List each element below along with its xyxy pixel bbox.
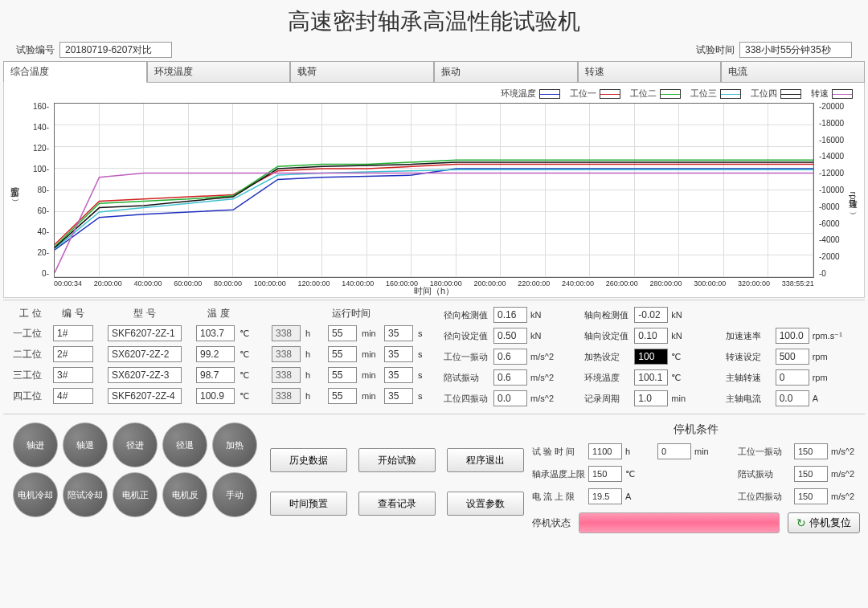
legend-label: 环境温度 bbox=[501, 88, 536, 100]
meas-value[interactable]: 0.16 bbox=[493, 307, 527, 323]
meas-value[interactable]: 0.6 bbox=[493, 369, 527, 386]
meas-value[interactable]: 0.50 bbox=[493, 328, 527, 344]
center-button-panel: 历史数据开始试验程序退出时间预置查看记录设置参数 bbox=[268, 422, 526, 533]
meas-value[interactable]: -0.02 bbox=[634, 307, 668, 323]
meas-value[interactable]: 0 bbox=[776, 369, 809, 386]
station-num-field[interactable]: 1# bbox=[53, 325, 93, 341]
legend-label: 工位一 bbox=[570, 88, 596, 100]
meas-axial_detect: 轴向检测值-0.02kN bbox=[584, 307, 714, 323]
legend-item: 工位四 bbox=[751, 88, 801, 100]
round-button-0[interactable]: 轴进 bbox=[13, 422, 58, 467]
stop-val[interactable]: 19.5 bbox=[588, 488, 622, 504]
meas-value[interactable]: 0.0 bbox=[776, 390, 809, 406]
station-row-3: 四工位4#SKF6207-2Z-4100.9℃338h55min35s bbox=[13, 388, 436, 404]
legend-item: 转速 bbox=[811, 88, 853, 100]
tab-5[interactable]: 电流 bbox=[721, 61, 865, 82]
meas-unit: ℃ bbox=[671, 352, 703, 362]
stop-val[interactable]: 150 bbox=[794, 443, 828, 459]
meas-unit: rpm.s⁻¹ bbox=[813, 331, 845, 341]
round-button-8[interactable]: 电机反 bbox=[162, 472, 207, 517]
station-num-field[interactable]: 2# bbox=[53, 346, 93, 362]
station-temp-field: 100.9 bbox=[196, 388, 235, 404]
round-button-7[interactable]: 电机正 bbox=[113, 472, 158, 517]
col-model: 型 号 bbox=[108, 307, 182, 320]
stop-reset-button[interactable]: ↻ 停机复位 bbox=[788, 512, 860, 533]
round-button-9[interactable]: 手动 bbox=[212, 472, 257, 517]
round-button-2[interactable]: 径进 bbox=[113, 422, 158, 467]
legend-swatch bbox=[832, 89, 853, 99]
station-model-field[interactable]: SKF6207-2Z-1 bbox=[108, 325, 182, 341]
action-button-5[interactable]: 设置参数 bbox=[447, 492, 524, 516]
round-button-6[interactable]: 陪试冷却 bbox=[63, 472, 108, 517]
meas-main_speed: 主轴转速0rpm bbox=[726, 369, 855, 386]
action-button-0[interactable]: 历史数据 bbox=[270, 448, 347, 472]
runtime-m: 55 bbox=[328, 388, 357, 404]
reset-label: 停机复位 bbox=[809, 516, 851, 530]
round-button-5[interactable]: 电机冷却 bbox=[13, 472, 58, 517]
round-button-4[interactable]: 加热 bbox=[212, 422, 257, 467]
stop-val[interactable]: 150 bbox=[588, 466, 622, 482]
station-pos: 三工位 bbox=[13, 369, 48, 382]
meas-value[interactable]: 0.6 bbox=[493, 349, 527, 365]
tab-1[interactable]: 环境温度 bbox=[147, 61, 291, 82]
round-button-1[interactable]: 轴退 bbox=[63, 422, 108, 467]
meas-label: 主轴转速 bbox=[726, 372, 772, 384]
meas-unit: m/s^2 bbox=[530, 352, 563, 361]
stop-val[interactable]: 150 bbox=[794, 466, 828, 482]
station-model-field[interactable]: SX6207-2Z-3 bbox=[108, 367, 182, 383]
col-num: 编 号 bbox=[53, 307, 93, 320]
action-button-2[interactable]: 程序退出 bbox=[447, 448, 524, 472]
stations-table: 工 位 编 号 型 号 温 度 运行时间 一工位1#SKF6207-2Z-110… bbox=[13, 307, 436, 409]
stop-val2[interactable]: 0 bbox=[657, 443, 691, 459]
col-runtime: 运行时间 bbox=[267, 307, 436, 320]
tab-3[interactable]: 振动 bbox=[434, 61, 578, 82]
runtime-s: 35 bbox=[384, 367, 413, 383]
meas-value[interactable]: 1.0 bbox=[634, 390, 668, 406]
station-row-2: 三工位3#SX6207-2Z-398.7℃338h55min35s bbox=[13, 367, 436, 383]
meas-heat_set: 加热设定100℃ bbox=[584, 349, 714, 365]
meas-unit: rpm bbox=[813, 373, 845, 382]
round-button-3[interactable]: 径退 bbox=[162, 422, 207, 467]
runtime-s: 35 bbox=[384, 325, 413, 341]
y-axis-left: 160-140-120-100-80-60-40-20-0- bbox=[20, 103, 49, 278]
station-model-field[interactable]: SX6207-2Z-2 bbox=[108, 346, 182, 362]
stop-right-0: 工位一振动150m/s^2 bbox=[738, 443, 860, 459]
meas-unit: kN bbox=[530, 310, 563, 320]
meas-label: 加速速率 bbox=[726, 330, 772, 342]
station-num-field[interactable]: 4# bbox=[53, 388, 93, 404]
meas-speed_set: 转速设定500rpm bbox=[726, 349, 855, 365]
temp-unit: ℃ bbox=[240, 391, 257, 402]
stop-right-1: 陪试振动150m/s^2 bbox=[738, 466, 860, 482]
stop-val[interactable]: 1100 bbox=[588, 443, 622, 459]
stop-val[interactable]: 150 bbox=[794, 488, 828, 504]
action-button-3[interactable]: 时间预置 bbox=[270, 492, 347, 516]
legend-swatch bbox=[720, 89, 741, 99]
meas-value[interactable]: 500 bbox=[776, 349, 809, 365]
test-no-field[interactable]: 20180719-6207对比 bbox=[59, 42, 172, 58]
legend-label: 工位四 bbox=[751, 88, 777, 100]
action-button-1[interactable]: 开始试验 bbox=[358, 448, 436, 472]
legend-swatch bbox=[600, 89, 620, 99]
runtime-h: 338 bbox=[272, 388, 301, 404]
legend-swatch bbox=[660, 89, 681, 99]
stop-status-indicator bbox=[579, 512, 780, 533]
station-model-field[interactable]: SKF6207-2Z-4 bbox=[108, 388, 182, 404]
meas-value[interactable]: 0.10 bbox=[634, 328, 668, 344]
runtime-h: 338 bbox=[272, 367, 301, 383]
legend-swatch bbox=[780, 89, 801, 99]
station-row-0: 一工位1#SKF6207-2Z-1103.7℃338h55min35s bbox=[13, 325, 436, 341]
meas-value[interactable]: 100.0 bbox=[776, 328, 809, 344]
tab-2[interactable]: 载荷 bbox=[290, 61, 434, 82]
legend-item: 环境温度 bbox=[501, 88, 560, 100]
station-num-field[interactable]: 3# bbox=[53, 367, 93, 383]
meas-value[interactable]: 100 bbox=[634, 349, 668, 365]
tab-4[interactable]: 转速 bbox=[578, 61, 722, 82]
action-button-4[interactable]: 查看记录 bbox=[358, 492, 436, 516]
meas-unit: kN bbox=[530, 331, 563, 341]
meas-pos4_vib: 工位四振动0.0m/s^2 bbox=[444, 390, 573, 406]
tab-0[interactable]: 综合温度 bbox=[3, 61, 147, 83]
y-axis-right-label: 转速（rpm） bbox=[847, 192, 859, 207]
meas-value[interactable]: 0.0 bbox=[493, 390, 527, 406]
page-title: 高速密封轴承高温性能试验机 bbox=[3, 3, 865, 42]
meas-value[interactable]: 100.1 bbox=[634, 369, 668, 386]
